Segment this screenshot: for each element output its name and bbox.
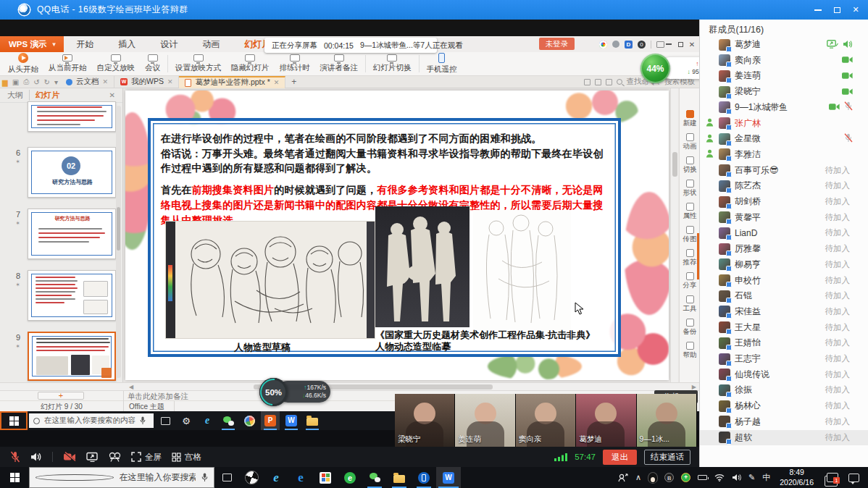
ribbon-icon[interactable]: [595, 79, 601, 85]
ribbon-button-演讲者备注[interactable]: 演讲者备注: [315, 54, 364, 74]
wps-writer-icon[interactable]: W: [282, 411, 301, 430]
tab-outline[interactable]: 大纲: [7, 90, 29, 101]
file-explorer-icon[interactable]: [303, 411, 322, 430]
horizontal-scrollbar[interactable]: ◀▶: [0, 382, 699, 391]
member-row-胡剑桥[interactable]: 胡剑桥待加入: [700, 194, 868, 209]
slide-thumbnail-6[interactable]: 02研究方法与思路: [28, 147, 116, 198]
chevron-down-icon[interactable]: ▾: [54, 78, 58, 86]
member-row-张广林[interactable]: 张广林: [700, 116, 868, 131]
video-thumbnail-窦向亲[interactable]: 窦向亲: [516, 394, 576, 447]
slide-thumbnail-7[interactable]: 研究方法与思路: [28, 209, 116, 259]
wps-minimize-icon[interactable]: [663, 36, 675, 52]
ribbon-button-设置放映方式[interactable]: 设置放映方式: [170, 54, 226, 74]
slide-thumbnail-partial[interactable]: [28, 101, 116, 132]
member-row-王大星[interactable]: 王大星待加入: [700, 320, 868, 335]
ribbon-button-从当前开始[interactable]: 从当前开始: [43, 54, 92, 74]
wechat-icon[interactable]: [362, 467, 387, 488]
member-row-杨林心[interactable]: 杨林心待加入: [700, 398, 868, 413]
qq-tray-icon[interactable]: [645, 467, 661, 488]
member-row-LianD[interactable]: LianD待加入: [700, 225, 868, 240]
member-row-梁晓宁[interactable]: 梁晓宁: [700, 84, 868, 99]
video-thumbnail-9—1冰...[interactable]: 9—1冰...: [637, 394, 697, 447]
close-tab-icon[interactable]: ✕: [102, 78, 108, 85]
slide-thumbnail-8[interactable]: [28, 270, 116, 321]
side-tool-动画[interactable]: 动画: [680, 133, 699, 151]
save-icon[interactable]: ▣: [12, 78, 19, 86]
speaker-icon[interactable]: [30, 452, 42, 462]
side-tool-属性[interactable]: 属性: [680, 203, 699, 221]
video-thumbnail-姜连萌[interactable]: 姜连萌: [455, 394, 515, 447]
accelerator-ball[interactable]: 44%: [640, 54, 670, 83]
menu-tab-开始[interactable]: 开始: [64, 36, 106, 52]
close-tab-icon[interactable]: ✕: [274, 79, 280, 86]
grid-view-button[interactable]: 宫格: [172, 452, 201, 463]
thumbnail-scrollbar[interactable]: [116, 106, 121, 378]
document-tab-我的WPS[interactable]: W我的WPS✕: [114, 76, 179, 88]
wps-presentation-icon[interactable]: P: [261, 411, 280, 430]
side-tool-新建[interactable]: 新建: [680, 110, 699, 128]
action-center-icon[interactable]: [846, 467, 868, 488]
member-row-超软[interactable]: 超软待加入: [700, 430, 868, 445]
fullscreen-button[interactable]: 全屏: [131, 452, 162, 463]
side-tool-工具[interactable]: 工具: [680, 295, 699, 314]
pinwheel-icon[interactable]: [239, 467, 264, 488]
file-explorer-icon[interactable]: [387, 467, 412, 488]
side-tool-切换[interactable]: 切换: [680, 156, 699, 174]
gear-icon[interactable]: [612, 41, 619, 48]
microsoft-store-icon[interactable]: [313, 467, 338, 488]
exit-button[interactable]: 退出: [603, 450, 637, 465]
taskbar-clock[interactable]: 8:49 2020/6/16: [774, 468, 819, 487]
member-row-柳易亨[interactable]: 柳易亨待加入: [700, 257, 868, 272]
side-tool-分享[interactable]: 分享: [680, 272, 699, 290]
side-tool-形状[interactable]: 形状: [680, 180, 699, 198]
member-row-杨子越[interactable]: 杨子越待加入: [700, 414, 868, 429]
pen-icon[interactable]: ✎: [745, 467, 759, 488]
people-icon[interactable]: [614, 467, 632, 488]
internet-explorer-icon[interactable]: e: [198, 411, 217, 430]
wps-app-button[interactable]: WPS 演示 ▼: [0, 36, 64, 52]
menu-tab-插入[interactable]: 插入: [106, 36, 148, 52]
print-icon[interactable]: ⎙: [23, 77, 29, 86]
shared-start-button[interactable]: [0, 411, 28, 430]
document-tab-云文档[interactable]: 云文档✕: [60, 76, 114, 88]
member-row-王志宇[interactable]: 王志宇待加入: [700, 351, 868, 366]
close-panel-icon[interactable]: ✕: [109, 91, 115, 99]
network-speed-widget-bottom[interactable]: ↑167K/s ↓46.6K/s 50%: [259, 378, 288, 406]
close-icon[interactable]: ✕: [846, 0, 865, 20]
member-row-姜连萌[interactable]: 姜连萌: [700, 68, 868, 83]
notifications-icon[interactable]: 1: [819, 467, 846, 488]
member-row-9—1冰城带鱼[interactable]: 9—1冰城带鱼: [700, 100, 868, 115]
member-row-金星微[interactable]: 金星微: [700, 131, 868, 146]
member-row-申校竹[interactable]: 申校竹待加入: [700, 273, 868, 288]
member-row-厉雅馨[interactable]: 厉雅馨待加入: [700, 241, 868, 256]
end-call-button[interactable]: 结束通话: [644, 450, 690, 465]
ribbon-icon[interactable]: [606, 79, 612, 85]
member-row-黄馨平[interactable]: 黄馨平待加入: [700, 210, 868, 225]
vertical-scrollbar[interactable]: [670, 88, 678, 382]
taskbar-search-box[interactable]: 在这里输入你要搜索的内容: [29, 467, 214, 488]
start-button[interactable]: [0, 467, 29, 488]
app-b-tray-icon[interactable]: B: [661, 467, 677, 488]
wechat-icon[interactable]: [219, 411, 238, 430]
volume-icon[interactable]: [728, 467, 745, 488]
member-row-百事可乐😎[interactable]: 百事可乐😎待加入: [700, 163, 868, 178]
ribbon-button-隐藏幻灯片[interactable]: 隐藏幻灯片: [226, 54, 275, 74]
side-tool-推荐[interactable]: 推荐: [680, 249, 699, 267]
side-tool-帮助[interactable]: 帮助: [680, 342, 699, 360]
screen-share-icon[interactable]: [86, 452, 99, 462]
ribbon-button-手机遥控[interactable]: 手机遥控: [422, 52, 462, 75]
member-row-李雅洁[interactable]: 李雅洁: [700, 147, 868, 162]
wps-office-icon[interactable]: W: [436, 467, 461, 488]
task-view-icon[interactable]: [214, 467, 239, 488]
ribbon-button-排练计时[interactable]: 排练计时: [275, 54, 315, 74]
close-tab-icon[interactable]: ✕: [167, 78, 173, 85]
ribbon-icon[interactable]: [584, 79, 591, 85]
network-speed-widget-top[interactable]: ↑ 0K/s ↓ 95.9K/s 44% +: [640, 54, 670, 83]
wifi-icon[interactable]: [711, 467, 728, 488]
settings-gear-icon[interactable]: ⚙: [177, 411, 196, 430]
shared-search-box[interactable]: 在这里输入你要搜索的内容: [29, 413, 154, 428]
ribbon-button-从头开始[interactable]: 从头开始: [3, 52, 43, 75]
o-badge-icon[interactable]: 0: [638, 41, 646, 49]
member-row-仙境传说[interactable]: 仙境传说待加入: [700, 367, 868, 382]
redo-icon[interactable]: ↻: [44, 78, 50, 86]
